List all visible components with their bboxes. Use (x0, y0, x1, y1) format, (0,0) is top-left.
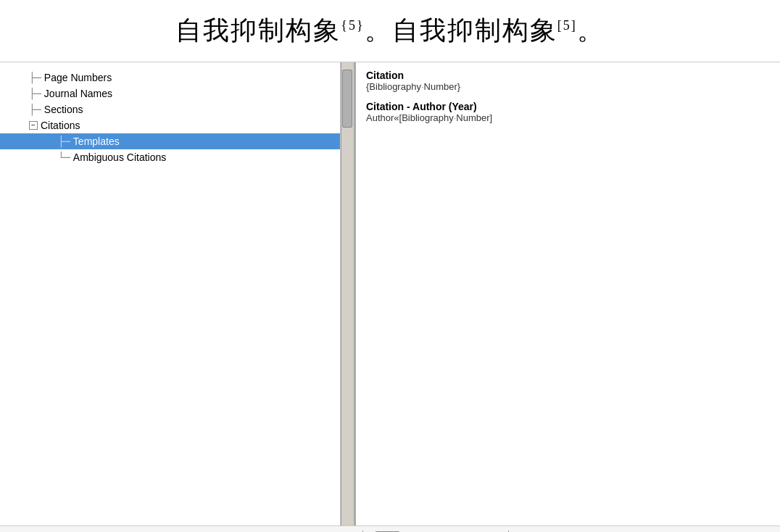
citation-title-1: Citation (366, 70, 770, 81)
sidebar-item-label: Citations (41, 120, 80, 131)
right-panel: Citation {Bibliography·Number} Citation … (354, 62, 780, 525)
chinese-text: 自我抑制构象{5}。自我抑制构象[5]。 (175, 16, 604, 45)
tree-dash: └─ (58, 151, 70, 163)
chinese-text-2: 自我抑制构象 (392, 16, 557, 45)
toolbar-row: B I U P A1 A1 Σ ABC ≡ (0, 525, 780, 532)
citation-block-1: Citation {Bibliography·Number} (366, 70, 770, 92)
end: 。 (577, 16, 605, 45)
sidebar-item-sections[interactable]: ├─ Sections (0, 101, 340, 117)
sidebar-item-label: Journal Names (44, 88, 112, 99)
sidebar-item-label: Page Numbers (44, 72, 112, 83)
sidebar-item-templates[interactable]: ├─ Templates (0, 133, 340, 149)
scroll-thumb[interactable] (342, 70, 352, 128)
sidebar-item-ambiguous-citations[interactable]: └─ Ambiguous Citations (0, 149, 340, 165)
citation-value-1: {Bibliography·Number} (366, 81, 770, 92)
sidebar-item-label: Ambiguous Citations (73, 151, 166, 163)
main-area: ├─ Page Numbers ├─ Journal Names ├─ Sect… (0, 62, 780, 525)
chinese-text-1: 自我抑制构象 (175, 16, 341, 45)
sidebar-item-page-numbers[interactable]: ├─ Page Numbers (0, 70, 340, 86)
top-text-area: 自我抑制构象{5}。自我抑制构象[5]。 (0, 0, 780, 62)
left-panel: ├─ Page Numbers ├─ Journal Names ├─ Sect… (0, 62, 341, 525)
tree-dash: ├─ (29, 104, 41, 115)
citation-preview: Citation {Bibliography·Number} Citation … (356, 62, 780, 525)
sidebar-item-citations[interactable]: − Citations (0, 117, 340, 133)
sidebar-item-journal-names[interactable]: ├─ Journal Names (0, 86, 340, 101)
tree-dash: ├─ (29, 88, 41, 99)
superscript-square: [5] (557, 18, 577, 33)
vertical-scrollbar[interactable] (341, 62, 354, 525)
sidebar-item-label: Sections (44, 104, 83, 115)
citation-value-2: Author«[Bibliography·Number] (366, 112, 770, 123)
tree-dash: ├─ (29, 72, 41, 83)
expand-icon[interactable]: − (29, 121, 38, 130)
citation-title-2: Citation - Author (Year) (366, 101, 770, 112)
citation-block-2: Citation - Author (Year) Author«[Bibliog… (366, 101, 770, 123)
separator: 。 (365, 16, 392, 45)
superscript-curly: {5} (341, 18, 364, 33)
sidebar-item-label: Templates (73, 136, 120, 147)
tree-dash: ├─ (58, 136, 70, 147)
